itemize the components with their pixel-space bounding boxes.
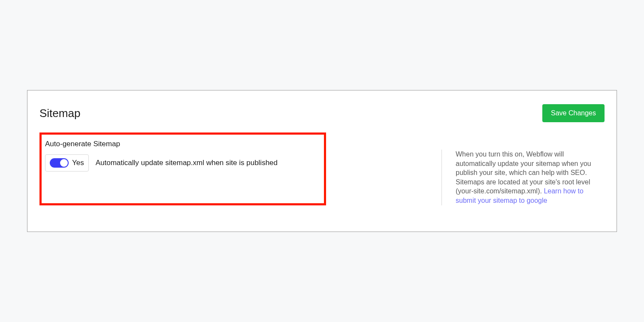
toggle-state-label: Yes [72,159,84,167]
toggle-wrap: Yes [45,154,89,172]
toggle-knob [60,159,68,167]
setting-label: Auto-generate Sitemap [45,140,320,148]
auto-generate-toggle[interactable] [50,158,69,168]
content-row: Auto-generate Sitemap Yes Automatically … [39,132,605,205]
sitemap-panel: Sitemap Save Changes Auto-generate Sitem… [27,90,617,232]
toggle-row: Yes Automatically update sitemap.xml whe… [45,154,320,172]
save-changes-button[interactable]: Save Changes [542,104,605,122]
setting-description: Automatically update sitemap.xml when si… [96,159,278,167]
panel-title: Sitemap [39,107,80,120]
panel-header: Sitemap Save Changes [39,104,605,122]
info-paragraph: When you turn this on, Webflow will auto… [456,150,605,205]
info-column: When you turn this on, Webflow will auto… [441,150,605,205]
auto-generate-highlight: Auto-generate Sitemap Yes Automatically … [39,132,326,205]
